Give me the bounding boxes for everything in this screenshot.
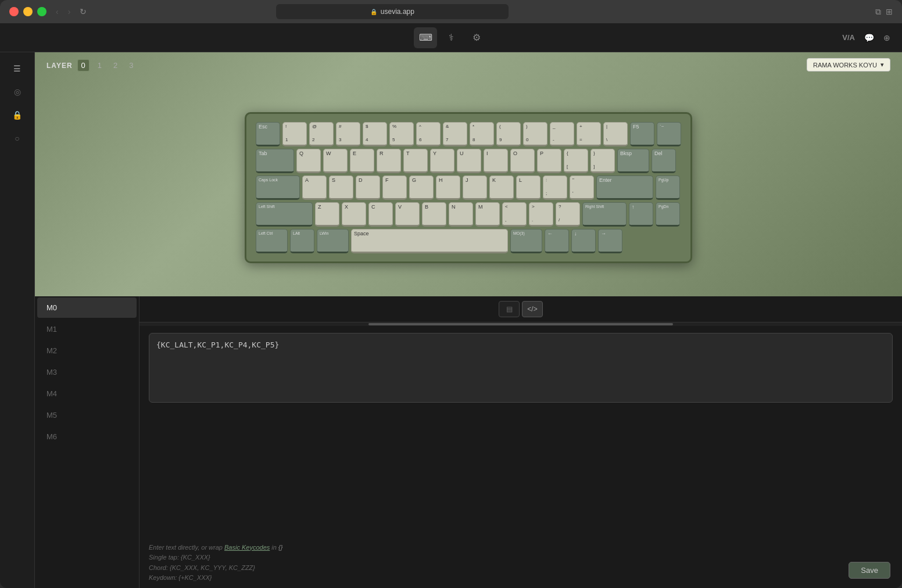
key-lwin[interactable]: LWin	[317, 229, 349, 253]
key-pgdn[interactable]: PgDn	[656, 202, 680, 227]
macro-textarea[interactable]	[149, 333, 893, 403]
tab-settings[interactable]: ⚙	[465, 27, 488, 48]
maximize-button[interactable]: +	[37, 7, 46, 16]
key-c[interactable]: C	[368, 202, 393, 227]
macro-tab-sequence[interactable]: ▤	[499, 301, 520, 317]
key-rbracket[interactable]: }]	[590, 149, 615, 173]
sidebar-icon-document[interactable]: ☰	[8, 59, 27, 78]
tab-debug[interactable]: ⚕	[439, 27, 463, 48]
macro-item-m3[interactable]: M3	[37, 362, 137, 382]
key-bksp[interactable]: Bksp	[617, 149, 649, 173]
key-v[interactable]: V	[395, 202, 420, 227]
key-l[interactable]: L	[516, 175, 541, 200]
key-slash[interactable]: ?/	[556, 202, 580, 227]
sidebar-toggle-icon[interactable]: ⊞	[886, 7, 893, 16]
key-s[interactable]: S	[329, 175, 353, 200]
key-equal[interactable]: +=	[577, 122, 601, 146]
macro-item-m2[interactable]: M2	[37, 340, 137, 361]
github-icon[interactable]: ⊕	[883, 33, 890, 42]
key-rightshift[interactable]: Right Shift	[582, 202, 627, 227]
key-g[interactable]: G	[409, 175, 434, 200]
key-f[interactable]: F	[382, 175, 407, 200]
macro-item-m4[interactable]: M4	[37, 383, 137, 404]
address-bar[interactable]: 🔒 usevia.app	[276, 4, 509, 19]
macro-item-m0[interactable]: M0	[37, 297, 137, 318]
key-i[interactable]: I	[484, 149, 508, 173]
key-grave[interactable]: `~	[657, 122, 681, 146]
sidebar-icon-target[interactable]: ◎	[8, 83, 27, 101]
key-k[interactable]: K	[489, 175, 514, 200]
key-6[interactable]: ^6	[416, 122, 441, 146]
key-z[interactable]: Z	[315, 202, 339, 227]
macro-item-m1[interactable]: M1	[37, 319, 137, 339]
key-f5[interactable]: F5	[630, 122, 654, 146]
key-space[interactable]: Space	[351, 229, 508, 253]
brand-select-button[interactable]: RAMA WORKS KOYU ▾	[807, 58, 890, 71]
key-lbracket[interactable]: {[	[564, 149, 588, 173]
macro-item-m5[interactable]: M5	[37, 405, 137, 425]
key-j[interactable]: J	[463, 175, 487, 200]
macro-item-m6[interactable]: M6	[37, 426, 137, 447]
key-left[interactable]: ←	[545, 229, 569, 253]
layer-1[interactable]: 1	[94, 60, 105, 71]
key-d[interactable]: D	[356, 175, 380, 200]
key-1[interactable]: !1	[282, 122, 307, 146]
layer-2[interactable]: 2	[110, 60, 121, 71]
key-leftctrl[interactable]: Left Ctrl	[256, 229, 288, 253]
key-e[interactable]: E	[350, 149, 374, 173]
key-del[interactable]: Del	[652, 149, 676, 173]
key-3[interactable]: #3	[336, 122, 360, 146]
key-t[interactable]: T	[403, 149, 428, 173]
key-leftshift[interactable]: Left Shift	[256, 202, 313, 227]
sidebar-icon-bulb[interactable]: ○	[8, 129, 27, 148]
tab-keyboard[interactable]: ⌨	[414, 27, 437, 48]
key-quote[interactable]: "'	[570, 175, 594, 200]
key-comma[interactable]: <,	[502, 202, 527, 227]
forward-button[interactable]: ›	[66, 5, 73, 19]
key-7[interactable]: &7	[443, 122, 467, 146]
minimize-button[interactable]: −	[23, 7, 33, 16]
key-2[interactable]: @2	[309, 122, 334, 146]
key-h[interactable]: H	[436, 175, 460, 200]
key-q[interactable]: Q	[296, 149, 321, 173]
key-p[interactable]: P	[537, 149, 561, 173]
discord-icon[interactable]: 💬	[864, 33, 874, 42]
key-pgup[interactable]: PgUp	[656, 175, 680, 200]
key-w[interactable]: W	[323, 149, 348, 173]
key-5[interactable]: %5	[389, 122, 414, 146]
macro-tab-code[interactable]: </>	[522, 301, 543, 317]
key-u[interactable]: U	[457, 149, 481, 173]
close-button[interactable]: ×	[9, 7, 19, 16]
save-button[interactable]: Save	[849, 562, 890, 579]
key-right[interactable]: →	[598, 229, 622, 253]
key-9[interactable]: (9	[496, 122, 521, 146]
key-x[interactable]: X	[342, 202, 366, 227]
key-y[interactable]: Y	[430, 149, 454, 173]
key-mo3[interactable]: MO(3)	[510, 229, 542, 253]
key-minus[interactable]: _-	[550, 122, 574, 146]
key-n[interactable]: N	[449, 202, 473, 227]
key-b[interactable]: B	[422, 202, 446, 227]
key-8[interactable]: *8	[470, 122, 494, 146]
key-4[interactable]: $4	[363, 122, 387, 146]
key-esc[interactable]: Esc	[256, 122, 280, 146]
key-0[interactable]: )0	[523, 122, 547, 146]
key-enter[interactable]: Enter	[596, 175, 653, 200]
share-icon[interactable]: ⧉	[875, 7, 881, 17]
basic-keycodes-link[interactable]: Basic Keycodes	[224, 544, 270, 551]
reload-button[interactable]: ↻	[77, 5, 89, 19]
back-button[interactable]: ‹	[53, 5, 61, 19]
key-tab[interactable]: Tab	[256, 149, 294, 173]
key-o[interactable]: O	[510, 149, 535, 173]
key-a[interactable]: A	[302, 175, 327, 200]
key-down[interactable]: ↓	[571, 229, 596, 253]
key-backslash[interactable]: |\	[603, 122, 628, 146]
key-m[interactable]: M	[475, 202, 500, 227]
key-r[interactable]: R	[377, 149, 401, 173]
key-semicolon[interactable]: :;	[543, 175, 567, 200]
key-lalt[interactable]: LAlt	[290, 229, 314, 253]
sidebar-icon-lock[interactable]: 🔒	[8, 106, 27, 124]
key-period[interactable]: >.	[529, 202, 553, 227]
key-capslock[interactable]: Caps Lock	[256, 175, 300, 200]
layer-3[interactable]: 3	[126, 60, 137, 71]
